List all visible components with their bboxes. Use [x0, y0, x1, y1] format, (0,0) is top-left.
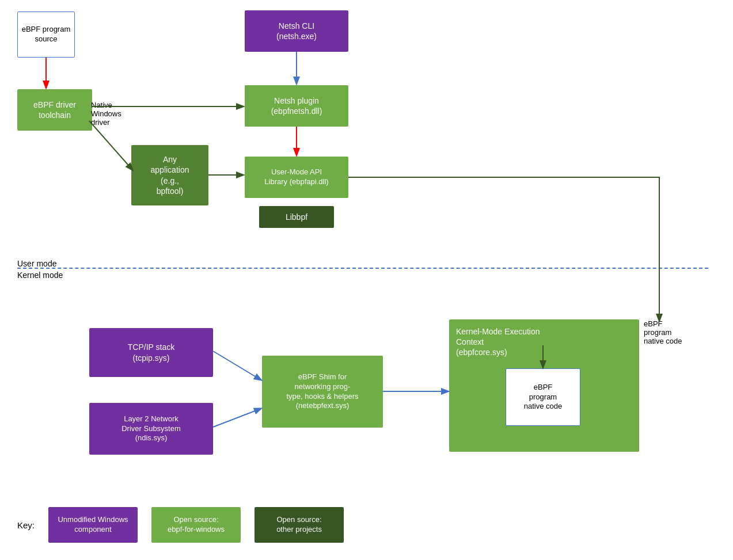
- label-native-driver: NativeWindowsdriver: [91, 101, 121, 127]
- svg-line-4: [89, 121, 132, 170]
- key-section: Key: Unmodified Windowscomponent Open so…: [17, 507, 344, 543]
- box-netsh-cli: Netsh CLI(netsh.exe): [245, 10, 348, 52]
- box-usermode-api: User-Mode APILibrary (ebpfapi.dll): [245, 157, 348, 198]
- key-label: Key:: [17, 520, 35, 530]
- box-ebpf-driver: eBPF drivertoolchain: [17, 89, 92, 131]
- label-ebpf-native-top: eBPFprogramnative code: [644, 319, 682, 345]
- box-any-app: Anyapplication(e.g.,bpftool): [131, 145, 208, 205]
- box-libbpf: Libbpf: [259, 206, 334, 228]
- key-opensource-other: Open source:other projects: [255, 507, 344, 543]
- svg-line-6: [213, 351, 261, 380]
- box-ebpf-source: eBPF program source: [17, 12, 75, 58]
- label-kernel-mode: Kernel mode: [17, 271, 63, 280]
- svg-line-7: [213, 409, 261, 427]
- arrows-svg: [0, 0, 733, 560]
- box-netsh-plugin: Netsh plugin(ebpfnetsh.dll): [245, 85, 348, 127]
- label-user-mode: User mode: [17, 259, 56, 268]
- key-opensource-windows: Open source:ebpf-for-windows: [151, 507, 241, 543]
- box-tcpip: TCP/IP stack(tcpip.sys): [89, 328, 213, 377]
- key-unmodified: Unmodified Windowscomponent: [48, 507, 138, 543]
- box-layer2: Layer 2 NetworkDriver Subsystem(ndis.sys…: [89, 403, 213, 455]
- separator-line: [17, 268, 708, 269]
- box-ebpf-native-inner: eBPFprogramnative code: [506, 368, 580, 426]
- box-ebpf-shim: eBPF Shim fornetworking prog-type, hooks…: [262, 356, 383, 428]
- diagram: eBPF program source eBPF drivertoolchain…: [0, 0, 733, 560]
